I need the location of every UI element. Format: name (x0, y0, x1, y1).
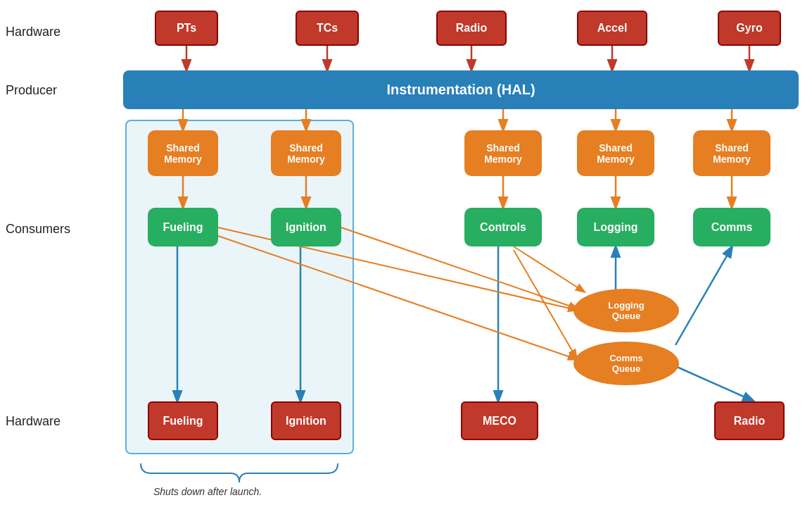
hal-producer: Instrumentation (HAL) (123, 70, 799, 109)
radio-hardware: Radio (714, 401, 785, 440)
consumers-label: Consumers (6, 222, 70, 237)
producer-label: Producer (6, 83, 57, 98)
svg-line-25 (675, 366, 753, 401)
hardware-top-label: Hardware (6, 25, 61, 39)
ignition-consumer: Ignition (271, 208, 341, 246)
comms-consumer: Comms (693, 208, 770, 246)
svg-line-22 (514, 250, 576, 358)
svg-line-20 (514, 246, 584, 292)
shared-memory-1: SharedMemory (148, 130, 218, 176)
diagram: Hardware Producer Consumers Hardware (0, 0, 812, 512)
meco-hardware: MECO (461, 401, 538, 440)
tcs-hardware: TCs (296, 11, 359, 46)
shared-memory-5: SharedMemory (693, 130, 770, 176)
fueling-consumer: Fueling (148, 208, 218, 246)
logging-queue: LoggingQueue (573, 289, 679, 332)
gyro-hardware: Gyro (718, 11, 781, 46)
controls-consumer: Controls (464, 208, 542, 246)
radio-top-hardware: Radio (436, 11, 507, 46)
ignition-hardware: Ignition (271, 401, 341, 440)
fueling-hardware: Fueling (148, 401, 218, 440)
hardware-bottom-label: Hardware (6, 414, 61, 429)
brace-label: Shuts down after launch. (153, 486, 262, 497)
shared-memory-3: SharedMemory (464, 130, 542, 176)
shared-memory-4: SharedMemory (577, 130, 654, 176)
comms-queue: CommsQueue (573, 342, 679, 385)
shared-memory-2: SharedMemory (271, 130, 341, 176)
accel-hardware: Accel (577, 11, 647, 46)
pts-hardware: PTs (155, 11, 218, 46)
svg-line-24 (675, 247, 732, 345)
logging-consumer: Logging (577, 208, 654, 246)
